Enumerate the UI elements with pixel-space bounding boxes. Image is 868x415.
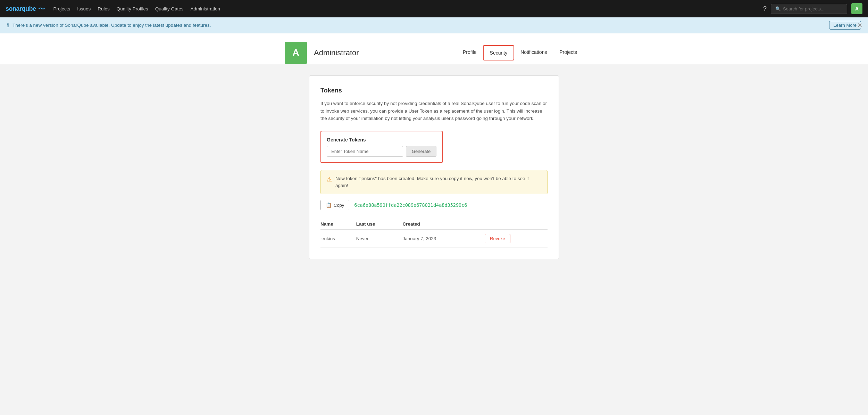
token-last-use-cell: Never xyxy=(356,230,403,248)
copy-button[interactable]: 📋 Copy xyxy=(320,200,349,210)
token-created-cell: January 7, 2023 xyxy=(402,230,485,248)
col-last-use: Last use xyxy=(356,219,403,230)
nav-quality-gates[interactable]: Quality Gates xyxy=(155,6,184,11)
content-card: Tokens If you want to enforce security b… xyxy=(309,75,559,259)
profile-header: A Administrator Profile Security Notific… xyxy=(0,33,868,64)
user-avatar[interactable]: A xyxy=(851,3,862,14)
token-name-input[interactable] xyxy=(327,146,403,157)
section-description: If you want to enforce security by not p… xyxy=(320,100,548,122)
generate-button[interactable]: Generate xyxy=(406,146,436,157)
nav-rules[interactable]: Rules xyxy=(98,6,110,11)
profile-avatar: A xyxy=(285,42,307,64)
table-row: jenkins Never January 7, 2023 Revoke xyxy=(320,230,548,248)
top-navigation: sonarqube 〜 Projects Issues Rules Qualit… xyxy=(0,0,868,17)
tab-security[interactable]: Security xyxy=(483,45,515,60)
logo-wave-icon: 〜 xyxy=(38,4,45,14)
logo-sonar-part: sonar xyxy=(6,5,22,12)
logo[interactable]: sonarqube 〜 xyxy=(6,4,45,14)
profile-tabs: Profile Security Notifications Projects xyxy=(457,45,583,60)
logo-text: sonarqube xyxy=(6,5,36,13)
notice-text: New token "jenkins" has been created. Ma… xyxy=(335,175,542,189)
token-table: Name Last use Created jenkins Never Janu… xyxy=(320,219,548,248)
nav-issues[interactable]: Issues xyxy=(77,6,91,11)
profile-name: Administrator xyxy=(314,48,359,57)
help-icon[interactable]: ? xyxy=(763,5,767,13)
nav-projects[interactable]: Projects xyxy=(53,6,70,11)
profile-header-inner: A Administrator Profile Security Notific… xyxy=(278,42,590,64)
info-icon: ℹ xyxy=(7,22,9,29)
nav-right: ? 🔍 A xyxy=(763,3,862,14)
copy-btn-label: Copy xyxy=(334,203,344,208)
main-content: Tokens If you want to enforce security b… xyxy=(0,64,868,270)
col-name: Name xyxy=(320,219,356,230)
nav-links: Projects Issues Rules Quality Profiles Q… xyxy=(53,6,755,11)
section-title: Tokens xyxy=(320,87,548,94)
token-value: 6ca6e88a590ffda22c089e678021d4a8d35299c6 xyxy=(354,202,467,208)
search-box[interactable]: 🔍 xyxy=(771,4,847,14)
token-action-cell: Revoke xyxy=(485,230,548,248)
warning-icon: ⚠ xyxy=(326,176,332,183)
generate-tokens-title: Generate Tokens xyxy=(327,137,436,143)
banner-close-button[interactable]: ✕ xyxy=(857,22,862,29)
banner-message: There's a new version of SonarQube avail… xyxy=(12,23,826,28)
tab-profile[interactable]: Profile xyxy=(457,45,483,60)
copy-row: 📋 Copy 6ca6e88a590ffda22c089e678021d4a8d… xyxy=(320,200,548,210)
nav-administration[interactable]: Administration xyxy=(190,6,220,11)
revoke-button[interactable]: Revoke xyxy=(485,234,510,243)
col-action xyxy=(485,219,548,230)
nav-quality-profiles[interactable]: Quality Profiles xyxy=(117,6,148,11)
col-created: Created xyxy=(402,219,485,230)
copy-icon: 📋 xyxy=(326,202,332,208)
tab-projects[interactable]: Projects xyxy=(553,45,583,60)
generate-tokens-box: Generate Tokens Generate xyxy=(320,131,443,163)
search-icon: 🔍 xyxy=(775,6,781,11)
logo-cube-part: qube xyxy=(22,5,36,12)
learn-more-button[interactable]: Learn More xyxy=(829,21,861,30)
token-name-cell: jenkins xyxy=(320,230,356,248)
tab-notifications[interactable]: Notifications xyxy=(514,45,553,60)
update-banner: ℹ There's a new version of SonarQube ava… xyxy=(0,17,868,33)
new-token-notice: ⚠ New token "jenkins" has been created. … xyxy=(320,170,548,195)
generate-tokens-row: Generate xyxy=(327,146,436,157)
search-input[interactable] xyxy=(783,6,843,11)
